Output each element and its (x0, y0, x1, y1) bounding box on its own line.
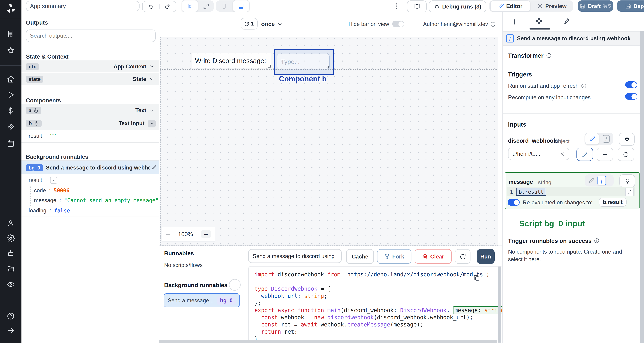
component-b-text-input[interactable]: Type... (277, 54, 330, 69)
zoom-in-button[interactable]: + (201, 230, 211, 238)
align-center-button[interactable] (182, 0, 198, 12)
state-type-label: State (133, 76, 146, 82)
pencil-icon (588, 178, 594, 183)
component-row-a[interactable]: a Text (22, 104, 159, 117)
component-row-b[interactable]: b Text Input (22, 117, 159, 130)
active-tab-underline (530, 28, 550, 30)
settings-gear-icon[interactable] (7, 234, 15, 242)
resize-handle-icon[interactable] (326, 65, 329, 68)
docs-book-button[interactable] (407, 0, 427, 12)
connect-plug-button[interactable] (620, 174, 635, 188)
refresh-mode-dropdown[interactable]: once (261, 20, 283, 27)
workers-robot-icon[interactable] (7, 250, 15, 258)
run-on-start-toggle[interactable] (625, 82, 637, 88)
deploy-button[interactable]: Deploy (617, 0, 644, 12)
users-icon[interactable] (7, 219, 15, 227)
edit-resource-button[interactable] (576, 148, 593, 161)
bg0-loading-key: loading (28, 208, 46, 214)
bg0-result-collapse[interactable]: - (50, 177, 57, 184)
fork-button[interactable]: Fork (377, 249, 412, 264)
mobile-view-button[interactable] (216, 3, 232, 9)
b-result-value: "" (50, 133, 56, 139)
runnable-item-bg0[interactable]: Send a message... bg_0 (164, 293, 240, 307)
expr-editor-line[interactable]: 1 b.result (507, 187, 635, 196)
expand-canvas-button[interactable] (198, 3, 214, 9)
workspace-building-icon[interactable] (7, 30, 15, 38)
run-button[interactable]: Run (477, 249, 495, 264)
folders-icon[interactable] (7, 265, 15, 273)
resize-handle-icon[interactable] (268, 64, 270, 68)
message-input-section: message string f 1 b.result Re-evaluated… (505, 172, 640, 209)
resources-components-icon[interactable] (7, 123, 15, 131)
copy-code-icon[interactable] (473, 274, 480, 281)
redo-button[interactable] (160, 4, 176, 10)
more-menu-kebab-icon[interactable] (393, 2, 400, 10)
app-summary-input[interactable] (26, 1, 140, 11)
eval-mode-function-button[interactable]: f (598, 176, 606, 185)
resource-picker-field[interactable]: u/henri/te... (508, 148, 569, 160)
audit-eye-icon[interactable] (7, 280, 15, 288)
clear-button[interactable]: Clear (414, 249, 452, 264)
b-result-row[interactable]: result : "" (28, 133, 56, 139)
chevron-down-icon[interactable] (149, 108, 155, 114)
runnables-title: Runnables (164, 250, 194, 257)
search-outputs-input[interactable] (26, 30, 156, 42)
static-mode-pencil-button[interactable] (585, 133, 599, 145)
cache-button[interactable]: Cache (346, 249, 374, 264)
undo-button[interactable] (143, 4, 160, 10)
bottom-horizontal-scrollbar[interactable] (159, 340, 497, 343)
zoom-value: 100% (178, 231, 193, 238)
zoom-out-button[interactable]: − (166, 230, 170, 238)
refresh-script-button[interactable] (455, 249, 470, 264)
windmill-logo-icon[interactable] (5, 3, 16, 14)
schedules-calendar-icon[interactable] (7, 140, 15, 148)
script-name-field[interactable]: Send a message to discord using (248, 249, 342, 263)
draft-save-button[interactable]: Draft ⌘S (578, 0, 613, 12)
runnable-item-badge: bg_0 (217, 296, 236, 304)
variables-dollar-icon[interactable] (7, 107, 15, 115)
home-icon[interactable] (7, 75, 15, 83)
chevron-up-icon[interactable] (148, 120, 156, 127)
tab-insert-plus-icon[interactable] (510, 18, 518, 26)
canvas-component-b-selection[interactable]: Type... (274, 49, 334, 75)
code-vertical-scrollbar[interactable] (498, 266, 501, 342)
reeval-toggle[interactable] (508, 199, 520, 206)
chevron-down-icon[interactable] (149, 76, 155, 82)
help-icon[interactable] (7, 312, 15, 320)
sidebar-divider (0, 18, 22, 18)
expand-sidebar-arrow-icon[interactable] (7, 326, 15, 334)
expr-selected-text[interactable]: b.result (516, 188, 546, 196)
bg0-loading-value: false (54, 208, 70, 214)
refresh-count-button[interactable]: 1 (240, 18, 258, 30)
static-mode-pencil-button[interactable] (585, 178, 598, 183)
chevron-down-icon[interactable] (149, 64, 155, 69)
code-editor[interactable]: import discordwebhook from "https://deno… (248, 266, 503, 343)
add-background-runnable-button[interactable] (229, 279, 240, 291)
recompute-toggle[interactable] (625, 93, 637, 100)
tab-styling-brush-icon[interactable] (562, 17, 571, 25)
hide-bar-toggle[interactable] (392, 20, 404, 27)
right-panel-scrollbar[interactable] (640, 31, 644, 343)
connect-plug-button[interactable] (619, 133, 634, 146)
on-success-title: Trigger runnables on success (508, 238, 592, 244)
runs-play-icon[interactable] (7, 91, 15, 99)
bg0-result-row[interactable]: result : - (28, 177, 57, 184)
output-row-state[interactable]: state State (22, 73, 159, 85)
tab-editor[interactable]: Editor (490, 0, 530, 12)
reeval-target-chip[interactable]: b.result (599, 198, 626, 206)
background-runnables-title: Background runnables (164, 282, 228, 288)
code-lines: import discordwebhook from "https://deno… (249, 266, 502, 342)
tab-preview[interactable]: Preview (530, 3, 573, 9)
debug-runs-button[interactable]: Debug runs (3) (429, 0, 486, 12)
expand-editor-icon[interactable] (625, 188, 634, 196)
favorites-star-icon[interactable] (7, 46, 15, 54)
create-resource-button[interactable] (596, 148, 613, 161)
output-row-ctx[interactable]: ctx App Context (22, 60, 159, 72)
canvas-component-a-text[interactable]: Write Discord message: (192, 53, 271, 68)
bg0-row[interactable]: bg_0 Send a message to discord using web… (22, 160, 159, 174)
tab-settings-components-icon[interactable] (534, 17, 544, 26)
edit-pencil-icon[interactable] (152, 165, 156, 170)
desktop-view-button[interactable] (232, 0, 250, 12)
refresh-resource-button[interactable] (618, 148, 634, 161)
eval-mode-function-button[interactable]: f (603, 135, 610, 143)
